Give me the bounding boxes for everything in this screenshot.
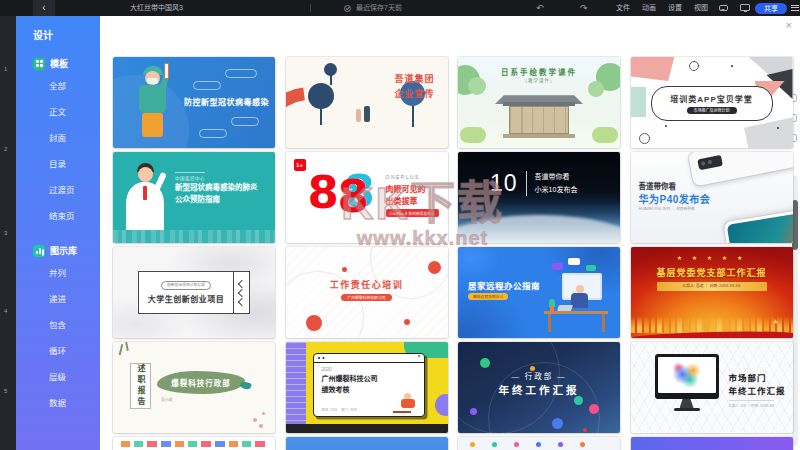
organization-label: 中国疾控中心 [175, 172, 205, 181]
scrollbar-thumb[interactable] [792, 200, 798, 250]
document-title: 大红丝带中国风3 [130, 0, 183, 16]
template-title: 日系手绘教学课件 [458, 66, 620, 77]
template-title: 大学生创新创业项目 [148, 293, 225, 304]
star-decor: ★ [772, 318, 778, 326]
template-card-duty-report[interactable]: 述职报告 爆裂科技行政部 吾小道 [113, 342, 275, 433]
tag-pill [199, 129, 227, 138]
sidebar-item-toc[interactable]: 目录 [16, 151, 100, 177]
eyebrow-text: 吾道带你看 [639, 180, 677, 191]
sidebar-item-ending[interactable]: 结束页 [16, 203, 100, 229]
template-caption: HUAWEI P40 系列 ｜ 视界新影像 [639, 206, 695, 211]
circle-decor [435, 394, 448, 416]
template-card-training-app[interactable]: 培训类APP宝贝学堂 市场推广及运营计划 [631, 57, 793, 148]
redo-button[interactable]: ↷ [580, 0, 588, 16]
template-title: 吾道带你看 小米10发布会 [526, 171, 578, 196]
menu-view[interactable]: 视图 [694, 0, 708, 16]
city-silhouette [631, 316, 793, 333]
template-title: 华为P40发布会 [639, 191, 711, 206]
oneplus-logo: 1+ [294, 159, 306, 171]
template-title: 市场部门 年终工作汇报 [729, 372, 786, 398]
sidebar-item-data[interactable]: 数据 [16, 390, 100, 416]
template-card-innovation-project[interactable]: 创新创业项目计划汇报 大学生创新创业项目 [113, 247, 275, 338]
template-grid-icon [33, 58, 45, 70]
template-card-covid-prevention[interactable]: 防控新型冠状病毒感染 [113, 57, 275, 148]
present-icon[interactable] [740, 4, 750, 11]
template-card-partial[interactable] [113, 437, 275, 450]
template-card-performance-review[interactable]: 2020 广州爆裂科技公司 绩效考核 姓名: XXX 部门: XXX [286, 342, 448, 433]
template-title: 培训类APP宝贝学堂 [670, 93, 752, 104]
template-card-handdrawn-courseware[interactable]: 日系手绘教学课件 （教学课件） [458, 57, 620, 148]
slide-number: 4 [4, 308, 7, 314]
sidebar-item-hierarchy[interactable]: 层级 [16, 364, 100, 390]
back-button[interactable]: ‹ [33, 0, 55, 16]
title-line: 新型冠状病毒感染的肺炎 [175, 182, 258, 194]
earth-illustration [458, 215, 620, 243]
template-card-party-report[interactable]: ★ ★ ★ ★ ★ 基层党委党支部工作汇报 汇报人: 吾道 ｜ 日期: 20XX… [631, 247, 793, 338]
tag-pill [231, 117, 259, 126]
sidebar-item-body[interactable]: 正文 [16, 99, 100, 125]
template-card-oneplus-launch[interactable]: 1+ 8 8 8 ONEPLUS 肉眼可见的 出类拔萃 OnePlus 8 系列… [286, 152, 448, 243]
title-line: 市场部门 [729, 372, 786, 385]
template-badge: 创新创业项目计划汇报 [161, 281, 211, 290]
sidebar-item-transition[interactable]: 过渡页 [16, 177, 100, 203]
menu-file[interactable]: 文件 [616, 0, 630, 16]
sidebar-item-progressive[interactable]: 递进 [16, 286, 100, 312]
city-silhouette [113, 230, 275, 243]
department-label: — 行政部 — [458, 370, 620, 381]
menu-animation[interactable]: 动画 [642, 0, 656, 16]
sidebar-title: 设计 [16, 16, 100, 42]
template-badge: 高效远程协同办公 [468, 293, 508, 300]
sidebar-item-cycle[interactable]: 循环 [16, 338, 100, 364]
template-card-xiaomi-launch[interactable]: 10 吾道带你看 小米10发布会 [458, 152, 620, 243]
title-line: 肉眼可见的 [386, 183, 426, 194]
section-templates[interactable]: 模板 [33, 57, 100, 70]
template-card-partial[interactable] [286, 437, 448, 450]
hamburger-menu-icon[interactable] [791, 5, 799, 11]
template-caption: 姓名: XXX 部门: XXX [322, 407, 357, 412]
template-card-partial[interactable] [631, 437, 793, 450]
title-line: 绩效考核 [322, 385, 378, 396]
title-line: 吾道集团 [394, 72, 434, 87]
template-card-company-promo[interactable]: 吾道集团 企业宣传 [286, 57, 448, 148]
template-card-partial[interactable] [458, 437, 620, 450]
template-title: 广州爆裂科技公司 绩效考核 [322, 374, 378, 396]
person-illustration [393, 393, 419, 413]
big-number: 10 [490, 170, 518, 197]
top-bar: ‹ 大红丝带中国风3 最近保存7天前 ↶ ↷ 文件 动画 设置 视图 共享 [0, 0, 800, 16]
undo-button[interactable]: ↶ [536, 0, 544, 16]
section-diagrams[interactable]: 图示库 [33, 244, 100, 257]
tag-pill [193, 81, 221, 90]
template-title: 爆裂科技行政部 [171, 377, 231, 388]
year-label: 2020 [322, 367, 332, 372]
vertical-title-box: 述职报告 [130, 363, 151, 409]
comment-icon[interactable] [719, 5, 728, 11]
template-card-covid-guide[interactable]: 中国疾控中心 新型冠状病毒感染的肺炎 公众预防指南 [113, 152, 275, 243]
bird-illustration [239, 380, 252, 390]
browser-window: 2020 广州爆裂科技公司 绩效考核 姓名: XXX 部门: XXX [313, 353, 425, 417]
template-badge: OnePlus 8 系列新品发布会 [386, 209, 439, 217]
section-label: 图示库 [50, 244, 77, 257]
sidebar-item-cover[interactable]: 封面 [16, 125, 100, 151]
big-number: 8 [308, 170, 339, 215]
tag-pill [225, 69, 257, 78]
slide-number: 3 [4, 230, 7, 236]
design-sidebar: 设计 模板 全部 正文 封面 目录 过渡页 结束页 图示库 并列 递进 包含 循… [16, 16, 100, 450]
imac-base [674, 408, 700, 411]
template-grid: 防控新型冠状病毒感染 吾道集团 企业宣传 [113, 57, 793, 450]
slide-panel-strip[interactable]: 1 2 3 4 5 [0, 16, 16, 450]
template-card-market-yearend[interactable]: 市场部门 年终工作汇报 汇报人: XX ｜ 时间: 20XX.XX [631, 342, 793, 433]
share-button[interactable]: 共享 [755, 3, 787, 14]
imac-illustration [655, 354, 719, 399]
menu-settings[interactable]: 设置 [668, 0, 682, 16]
title-line: 小米10发布会 [535, 184, 578, 196]
close-icon[interactable]: × [786, 19, 792, 31]
template-card-huawei-launch[interactable]: 吾道带你看 华为P40发布会 HUAWEI P40 系列 ｜ 视界新影像 [631, 152, 793, 243]
template-card-remote-work[interactable]: 居家远程办公指南 高效远程协同办公 [458, 247, 620, 338]
template-title: 工作责任心培训 [330, 278, 404, 291]
template-card-admin-yearend[interactable]: — 行政部 — 年终工作汇报 [458, 342, 620, 433]
sidebar-item-parallel[interactable]: 并列 [16, 260, 100, 286]
template-card-responsibility-training[interactable]: 工作责任心培训 广州爆裂科技有限公司 [286, 247, 448, 338]
title-line: 企业宣传 [394, 87, 434, 102]
sidebar-item-contain[interactable]: 包含 [16, 312, 100, 338]
sidebar-item-all[interactable]: 全部 [16, 73, 100, 99]
